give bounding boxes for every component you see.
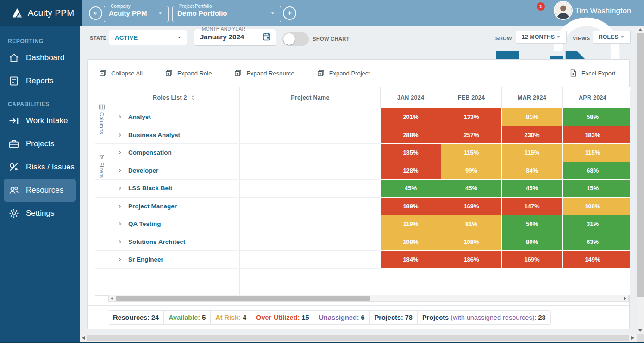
show-months-select[interactable]: 12 MONTHS bbox=[516, 31, 567, 44]
role-cell[interactable]: Project Manager bbox=[95, 198, 240, 216]
app-title: Acuity PPM bbox=[28, 8, 74, 18]
role-name[interactable]: Sr Engineer bbox=[128, 256, 163, 263]
utilization-cell: 80% bbox=[501, 233, 562, 251]
month-year-picker[interactable]: MONTH AND YEAR January 2024 bbox=[194, 26, 276, 46]
scroll-left-arrow[interactable] bbox=[81, 334, 86, 342]
heatmap-row: Analyst201%133%81%58% bbox=[95, 108, 630, 126]
scrollbar-corner bbox=[637, 334, 644, 342]
sidebar-item-projects[interactable]: Projects bbox=[4, 132, 76, 156]
chevron-right-icon[interactable] bbox=[117, 132, 123, 138]
caret-down-icon bbox=[157, 10, 163, 17]
resources-icon bbox=[8, 185, 19, 196]
collapse-all-button[interactable]: Collapse All bbox=[99, 69, 143, 77]
summary-chip: Unassigned: 6 bbox=[314, 310, 370, 325]
role-name[interactable]: LSS Black Belt bbox=[128, 185, 172, 192]
back-button[interactable] bbox=[89, 6, 102, 20]
chevron-right-icon[interactable] bbox=[117, 168, 123, 174]
sidebar-item-risks-issues[interactable]: Risks / Issues bbox=[4, 156, 76, 179]
roles-header-label: Roles List 2 bbox=[153, 94, 187, 101]
scroll-down-arrow[interactable] bbox=[637, 328, 644, 333]
role-cell[interactable]: Analyst bbox=[95, 108, 240, 126]
role-cell[interactable]: Compensation bbox=[95, 144, 240, 162]
role-cell[interactable]: Developer bbox=[95, 162, 240, 180]
utilization-cell: 81% bbox=[501, 108, 562, 126]
role-cell[interactable]: QA Testing bbox=[95, 215, 240, 233]
portfolio-select[interactable]: Project Portfolio Demo Portfolio bbox=[172, 4, 281, 22]
role-cell[interactable]: LSS Black Belt bbox=[95, 180, 240, 198]
summary-segment: 5 bbox=[200, 314, 206, 321]
sidebar-item-reports[interactable]: Reports bbox=[4, 69, 76, 93]
project-name-cell bbox=[240, 126, 380, 144]
sidebar-item-settings[interactable]: Settings bbox=[4, 202, 76, 225]
summary-segment: 24 bbox=[150, 314, 159, 321]
columns-panel-button[interactable]: Columns bbox=[95, 104, 108, 134]
expand-icon bbox=[234, 69, 242, 77]
show-chart-toggle[interactable] bbox=[282, 32, 309, 46]
chevron-right-icon[interactable] bbox=[117, 114, 123, 120]
user-name[interactable]: Tim Washington bbox=[575, 6, 631, 16]
role-cell[interactable]: Business Analyst bbox=[95, 126, 240, 144]
month-column-header: JAN 2024 bbox=[380, 87, 441, 108]
role-name[interactable]: Compensation bbox=[128, 149, 172, 156]
role-cell[interactable]: Solutions Architect bbox=[95, 233, 240, 251]
portfolio-value: Demo Portfolio bbox=[177, 9, 227, 17]
chevron-right-icon[interactable] bbox=[117, 150, 123, 156]
roles-column-header[interactable]: Roles List 2 bbox=[109, 87, 240, 108]
state-select[interactable]: ACTIVE bbox=[109, 30, 187, 45]
sidebar-item-work-intake[interactable]: Work Intake bbox=[4, 109, 76, 132]
filters-panel-button[interactable]: Filters bbox=[95, 154, 108, 178]
utilization-cell-partial bbox=[623, 108, 630, 126]
company-label: Company bbox=[109, 4, 132, 9]
chevron-right-icon[interactable] bbox=[117, 239, 123, 245]
summary-segment: 15 bbox=[300, 314, 309, 321]
sidebar-item-resources[interactable]: Resources bbox=[4, 179, 76, 202]
expand-resource-button[interactable]: Expand Resource bbox=[234, 69, 294, 77]
role-name[interactable]: Business Analyst bbox=[128, 131, 180, 138]
expand-role-button[interactable]: Expand Role bbox=[165, 69, 212, 77]
caret-down-icon bbox=[619, 34, 626, 40]
role-name[interactable]: Developer bbox=[128, 167, 158, 174]
scroll-up-arrow[interactable] bbox=[637, 27, 644, 32]
calendar-icon[interactable] bbox=[262, 32, 271, 41]
role-name[interactable]: QA Testing bbox=[128, 220, 161, 227]
scroll-right-arrow[interactable] bbox=[630, 334, 636, 342]
table-side-strip: Columns Filters bbox=[95, 87, 108, 294]
collapse-icon bbox=[99, 69, 107, 77]
app-window: Acuity PPM Company Acuity PPM Project Po… bbox=[0, 0, 644, 343]
expand-project-button[interactable]: Expand Project bbox=[317, 69, 370, 77]
utilization-cell: 288% bbox=[380, 126, 441, 144]
add-button[interactable] bbox=[283, 6, 296, 20]
utilization-cell: 45% bbox=[501, 180, 562, 198]
chevron-right-icon[interactable] bbox=[117, 203, 123, 209]
excel-export-button[interactable]: Excel Export bbox=[569, 69, 615, 77]
scroll-left-arrow[interactable] bbox=[109, 295, 115, 301]
scrollbar-thumb[interactable] bbox=[116, 296, 370, 301]
scrollbar-thumb[interactable] bbox=[637, 33, 644, 297]
show-chart-label: SHOW CHART bbox=[313, 36, 350, 42]
summary-segment: Unassigned: bbox=[319, 314, 359, 321]
role-name[interactable]: Project Manager bbox=[128, 203, 177, 210]
utilization-cell: 169% bbox=[441, 198, 501, 216]
chevron-right-icon[interactable] bbox=[117, 185, 123, 191]
page-vertical-scrollbar[interactable] bbox=[637, 26, 644, 334]
role-cell[interactable]: Sr Engineer bbox=[95, 251, 240, 269]
company-select[interactable]: Company Acuity PPM bbox=[104, 4, 169, 22]
project-name-cell bbox=[240, 108, 380, 126]
chevron-right-icon[interactable] bbox=[117, 221, 123, 227]
sidebar-item-label: Risks / Issues bbox=[26, 162, 75, 172]
sort-icon[interactable] bbox=[190, 94, 196, 101]
sidebar-item-dashboard[interactable]: Dashboard bbox=[4, 46, 76, 69]
page-horizontal-scrollbar[interactable] bbox=[80, 334, 637, 342]
role-name[interactable]: Analyst bbox=[128, 113, 151, 120]
utilization-cell-partial bbox=[623, 144, 630, 162]
scroll-right-arrow[interactable] bbox=[622, 295, 628, 301]
table-horizontal-scrollbar[interactable] bbox=[108, 295, 629, 302]
role-name[interactable]: Solutions Architect bbox=[128, 238, 185, 245]
scrollbar-thumb[interactable] bbox=[87, 335, 629, 341]
chevron-right-icon[interactable] bbox=[117, 256, 123, 262]
views-select[interactable]: ROLES bbox=[593, 31, 631, 44]
summary-segment: Available: bbox=[169, 314, 200, 321]
avatar[interactable] bbox=[554, 1, 573, 20]
sidebar-item-label: Work Intake bbox=[26, 116, 68, 125]
summary-segment: Over-Utilized: bbox=[256, 314, 300, 321]
